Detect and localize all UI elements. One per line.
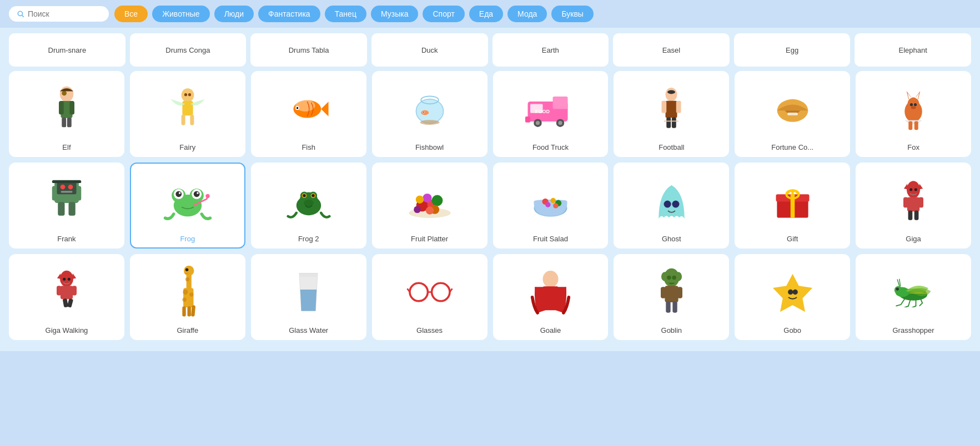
card-image [42,79,92,139]
svg-point-60 [61,184,66,189]
svg-point-51 [911,106,916,109]
svg-point-142 [542,271,558,287]
search-icon [17,9,24,18]
svg-point-161 [896,287,899,290]
card-label: Frog [180,235,195,243]
character-card[interactable]: Frank [9,163,124,249]
character-card[interactable]: Giraffe [130,254,245,340]
character-card[interactable]: Giga [856,163,971,249]
filter-btn-буквы[interactable]: Буквы [551,6,594,22]
character-card[interactable]: Football [614,71,729,157]
character-card[interactable]: FOOD Food Truck [493,71,609,157]
top-item[interactable]: Drums Tabla [250,33,367,67]
character-card[interactable]: Fairy [130,71,245,157]
card-label: Goalie [540,326,561,334]
card-label: Food Truck [532,143,569,151]
svg-rect-52 [908,121,912,130]
filter-btn-животные[interactable]: Животные [152,6,210,22]
svg-rect-10 [182,101,193,115]
top-item[interactable]: Drums Conga [130,33,247,67]
character-card[interactable]: Fish [251,71,366,157]
row1-grid: Elf Fairy Fish Fishbowl FOOD Food Truck [9,71,971,157]
filter-buttons: ВсеЖивотныеЛюдиФантастикаТанецМузыкаСпор… [114,6,594,22]
svg-text:FOOD: FOOD [535,108,550,114]
card-image [405,170,455,230]
svg-point-147 [667,275,671,279]
card-image [405,262,455,322]
svg-point-70 [194,191,200,197]
svg-point-98 [664,200,671,207]
character-card[interactable]: Goalie [493,254,609,340]
svg-rect-112 [918,197,923,207]
filter-btn-все[interactable]: Все [114,6,148,22]
top-item[interactable]: Earth [492,33,609,67]
card-image [525,262,575,322]
card-image [888,170,938,230]
top-item[interactable]: Duck [371,33,488,67]
character-card[interactable]: Glasses [372,254,488,340]
svg-rect-6 [62,118,66,128]
card-label: Football [659,143,684,151]
character-card[interactable]: Glass Water [251,254,366,340]
svg-rect-151 [677,287,682,298]
character-card[interactable]: Fishbowl [372,71,488,157]
svg-rect-12 [190,115,194,125]
svg-point-120 [68,278,71,281]
filter-btn-музыка[interactable]: Музыка [371,6,419,22]
card-label: Glass Water [289,326,328,334]
filter-btn-спорт[interactable]: Спорт [423,6,464,22]
filter-btn-фантастика[interactable]: Фантастика [258,6,320,22]
svg-point-49 [910,103,913,106]
svg-point-72 [197,192,199,194]
character-card[interactable]: Giga Walking [9,254,124,340]
top-item[interactable]: Easel [613,33,730,67]
card-label: Gobo [783,326,801,334]
svg-point-138 [431,283,449,301]
svg-rect-111 [903,197,908,207]
svg-rect-130 [188,306,191,316]
card-image [767,262,817,322]
top-item[interactable]: Egg [734,33,851,67]
svg-rect-36 [662,100,667,113]
top-item[interactable]: Drum-snare [9,33,125,67]
svg-rect-7 [67,118,72,128]
svg-point-96 [545,202,550,207]
character-card[interactable]: Fruit Platter [372,163,488,249]
card-label: Glasses [416,326,443,334]
top-row: Drum-snareDrums CongaDrums TablaDuckEart… [9,33,971,67]
svg-point-87 [415,195,423,203]
svg-point-50 [914,103,917,106]
card-label: Ghost [662,235,681,243]
character-card[interactable]: Goblin [614,254,729,340]
svg-line-1 [22,16,24,17]
card-label: Fortune Co... [771,143,813,151]
svg-point-119 [63,278,66,281]
character-card[interactable]: Frog [130,163,245,249]
svg-point-34 [666,88,677,102]
svg-point-86 [423,193,431,202]
filter-btn-еда[interactable]: Еда [469,6,503,22]
svg-point-61 [68,184,73,189]
svg-point-128 [184,266,194,276]
character-card[interactable]: Elf [9,71,124,157]
card-label: Frog 2 [298,235,319,243]
search-input[interactable] [28,9,101,18]
character-card[interactable]: Grasshopper [856,254,971,340]
character-card[interactable]: Ghost [614,163,729,249]
card-image [888,79,938,139]
character-card[interactable]: Gobo [735,254,850,340]
svg-point-91 [425,206,433,214]
filter-btn-танец[interactable]: Танец [325,6,366,22]
top-item[interactable]: Elephant [855,33,971,67]
svg-point-157 [792,289,797,294]
character-card[interactable]: Fruit Salad [493,163,609,249]
character-card[interactable]: Fortune Co... [735,71,850,157]
svg-rect-63 [52,180,82,183]
filter-btn-люди[interactable]: Люди [214,6,254,22]
character-card[interactable]: Fox [856,71,971,157]
character-card[interactable]: Frog 2 [251,163,366,249]
svg-rect-129 [183,306,186,316]
filter-btn-мода[interactable]: Мода [507,6,547,22]
card-image [646,79,696,139]
character-card[interactable]: Gift [735,163,850,249]
